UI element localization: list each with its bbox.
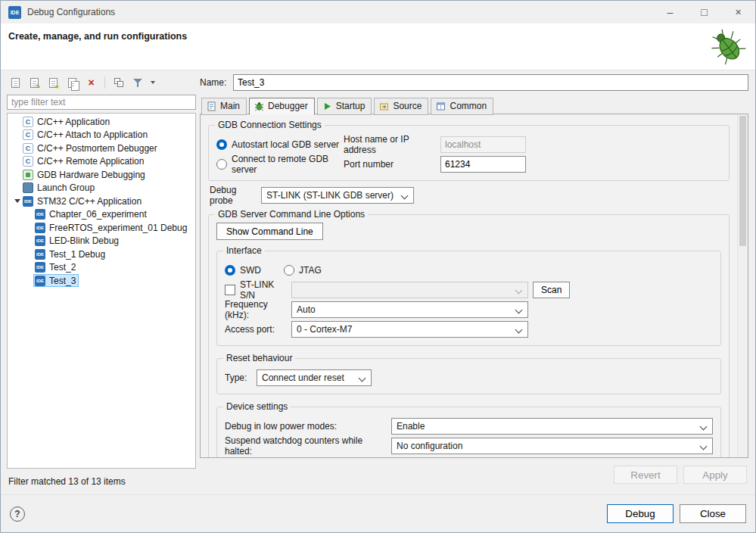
tree-item-label: C/C++ Attach to Application: [37, 129, 148, 140]
expand-chevron-icon[interactable]: [12, 199, 23, 203]
main-tab-icon: [207, 101, 216, 111]
duplicate-launch-configuration-icon[interactable]: [64, 75, 81, 91]
group-title: Interface: [223, 245, 265, 256]
low-power-label: Debug in low power modes:: [225, 421, 391, 432]
debug-probe-select[interactable]: ST-LINK (ST-LINK GDB server): [261, 187, 414, 204]
delete-launch-configuration-icon[interactable]: ×: [82, 75, 100, 91]
export-launch-configurations-icon[interactable]: ★: [45, 75, 62, 91]
close-window-button[interactable]: ×: [721, 1, 755, 23]
filter-launch-configurations-icon[interactable]: [129, 75, 146, 91]
swd-label: SWD: [240, 265, 261, 276]
connect-remote-gdb-radio[interactable]: [216, 159, 227, 170]
autostart-local-gdb-radio[interactable]: [216, 139, 227, 150]
low-power-value: Enable: [397, 421, 425, 432]
tree-item-test2[interactable]: IDE Test_2: [8, 261, 195, 275]
tab-label: Startup: [336, 101, 366, 111]
reset-behaviour-group: Reset behaviour Type: Connect under rese…: [216, 358, 721, 394]
gdb-server-options-group: GDB Server Command Line Options Show Com…: [208, 214, 730, 457]
tree-item-test1[interactable]: IDE Test_1 Debug: [8, 248, 195, 261]
port-number-input[interactable]: [440, 156, 526, 173]
reset-type-label: Type:: [225, 372, 257, 383]
tab-common[interactable]: Common: [431, 98, 493, 115]
tree-item-label: Launch Group: [37, 182, 95, 193]
tree-item-cpp-remote[interactable]: C C/C++ Remote Application: [8, 155, 195, 169]
reset-type-select[interactable]: Connect under reset: [257, 369, 372, 386]
tree-item-launch-group[interactable]: Launch Group: [8, 182, 195, 195]
c-application-icon: C: [23, 143, 33, 154]
debug-probe-label: Debug probe: [210, 185, 261, 206]
debug-button[interactable]: Debug: [607, 504, 674, 523]
low-power-select[interactable]: Enable: [391, 418, 713, 435]
interface-group: Interface SWD JTAG: [216, 251, 721, 346]
collapse-all-icon[interactable]: --: [110, 75, 127, 91]
debug-configurations-dialog: IDE Debug Configurations – □ × Create, m…: [0, 0, 756, 533]
stm32-ide-icon: IDE: [35, 223, 45, 233]
config-tabs: Main Debugger Startup Source Common: [200, 97, 748, 114]
apply-button[interactable]: Apply: [683, 466, 747, 484]
minimize-button[interactable]: –: [653, 1, 687, 23]
toolbar-separator: [104, 76, 105, 89]
watchdog-select[interactable]: No configuration: [391, 438, 713, 454]
tree-item-gdb-hardware[interactable]: GDB Hardware Debugging: [8, 168, 195, 182]
revert-button[interactable]: Revert: [614, 466, 677, 484]
tree-item-label: FreeRTOS_experiment_01 Debug: [49, 223, 187, 233]
frequency-value: Auto: [297, 304, 316, 315]
launch-group-icon: [23, 182, 33, 193]
tab-main[interactable]: Main: [201, 98, 247, 115]
dialog-header: Create, manage, and run configurations: [1, 23, 755, 70]
jtag-label: JTAG: [299, 265, 322, 276]
tree-item-label: Test_3: [49, 276, 76, 286]
tab-debugger[interactable]: Debugger: [249, 98, 315, 115]
tree-item-cpp-postmortem[interactable]: C C/C++ Postmortem Debugger: [8, 142, 195, 155]
new-launch-configuration-icon[interactable]: [7, 75, 24, 91]
filter-status-text: Filter matched 13 of 13 items: [8, 476, 126, 487]
startup-tab-icon: [322, 101, 332, 111]
maximize-button[interactable]: □: [687, 1, 721, 23]
debugger-tab-content: GDB Connection Settings Autostart local …: [200, 114, 748, 458]
close-button[interactable]: Close: [680, 504, 746, 523]
watchdog-value: No configuration: [397, 441, 462, 451]
jtag-radio[interactable]: [284, 265, 294, 276]
filter-menu-dropdown-icon[interactable]: [148, 75, 157, 91]
tree-item-stm32-application[interactable]: IDE STM32 C/C++ Application: [8, 195, 195, 208]
stlink-serial-label: ST-LINK S/N: [240, 279, 291, 301]
tree-item-label: GDB Hardware Debugging: [37, 170, 145, 180]
tree-item-freertos[interactable]: IDE FreeRTOS_experiment_01 Debug: [8, 221, 195, 235]
common-tab-icon: [436, 101, 446, 111]
help-icon[interactable]: ?: [10, 507, 25, 522]
tree-item-chapter06[interactable]: IDE Chapter_06_experiment: [8, 208, 195, 222]
stm32-ide-icon: IDE: [23, 196, 33, 207]
stm32-ide-icon: IDE: [35, 235, 45, 246]
tree-item-cpp-attach[interactable]: C C/C++ Attach to Application: [8, 129, 195, 142]
stlink-serial-select: [291, 282, 528, 298]
show-command-line-button[interactable]: Show Command Line: [216, 223, 323, 240]
tree-item-cpp-application[interactable]: C C/C++ Application: [8, 115, 195, 129]
stm32-ide-icon: IDE: [35, 262, 45, 273]
tree-item-label: LED-Blink Debug: [49, 235, 119, 246]
access-port-select[interactable]: 0 - Cortex-M7: [291, 321, 528, 338]
new-prototype-icon[interactable]: ✎: [26, 75, 43, 91]
stm32-ide-icon: IDE: [35, 209, 45, 220]
tree-item-label: C/C++ Application: [37, 117, 110, 127]
connect-remote-gdb-label: Connect to remote GDB server: [232, 154, 344, 175]
filter-input[interactable]: [7, 95, 196, 110]
tree-item-led-blink[interactable]: IDE LED-Blink Debug: [8, 235, 195, 248]
tab-startup[interactable]: Startup: [317, 98, 372, 115]
gdb-connection-settings-group: GDB Connection Settings Autostart local …: [208, 125, 730, 181]
tab-label: Main: [220, 101, 240, 111]
stlink-serial-checkbox[interactable]: [225, 285, 235, 295]
scrollbar-thumb[interactable]: [739, 116, 746, 246]
tab-source[interactable]: Source: [374, 98, 428, 115]
content-scrollbar[interactable]: [737, 114, 748, 457]
tab-label: Common: [450, 101, 487, 111]
access-port-value: 0 - Cortex-M7: [297, 324, 352, 335]
stm32-ide-icon: IDE: [35, 276, 45, 286]
swd-radio[interactable]: [225, 265, 235, 276]
scan-button[interactable]: Scan: [533, 282, 570, 298]
frequency-select[interactable]: Auto: [291, 301, 528, 318]
access-port-label: Access port:: [225, 324, 291, 335]
tree-item-label: Chapter_06_experiment: [49, 209, 147, 220]
name-input[interactable]: [233, 74, 748, 91]
debug-bug-image: [707, 26, 749, 70]
tree-item-test3-selected[interactable]: IDE Test_3: [8, 274, 195, 288]
